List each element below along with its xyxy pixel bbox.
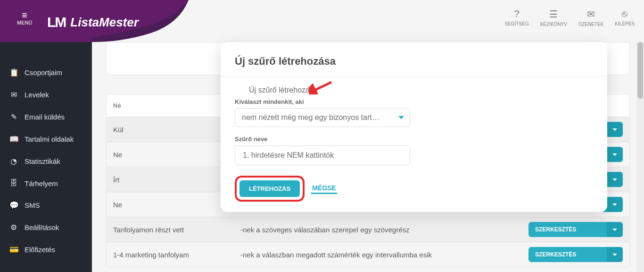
menu-button[interactable]: ≡ MENÜ xyxy=(17,10,32,26)
filter-name-field-wrap xyxy=(235,145,410,165)
sidebar-item-label: SMS xyxy=(25,201,40,209)
sidebar-item-8[interactable]: 💳Előfizetés xyxy=(0,238,92,261)
clipboard-icon: 📋 xyxy=(9,68,18,77)
sidebar-item-5[interactable]: 🗄Tárhelyem xyxy=(0,172,92,194)
chevron-down-icon xyxy=(398,116,404,119)
modal-overlay: Új szűrő létrehozása Új szűrő létrehozás… xyxy=(92,0,644,272)
sidebar-item-label: Levelek xyxy=(25,91,49,99)
gear-icon: ⚙ xyxy=(9,223,18,232)
divider xyxy=(221,76,607,76)
new-filter-modal: Új szűrő létrehozása Új szűrő létrehozás… xyxy=(221,42,607,212)
brand-logo: LM xyxy=(47,14,66,30)
sidebar-item-7[interactable]: ⚙Beállítások xyxy=(0,216,92,238)
pages-icon: 📖 xyxy=(9,135,18,144)
modal-title: Új szűrő létrehozása xyxy=(221,55,607,68)
sidebar-item-6[interactable]: 💬SMS xyxy=(0,194,92,216)
chart-icon: ◔ xyxy=(9,157,18,166)
cancel-button[interactable]: MÉGSE xyxy=(311,183,337,194)
sidebar: ≡ MENÜ LM ListaMester 📋Csoportjaim✉Level… xyxy=(0,0,92,272)
card-icon: 💳 xyxy=(9,245,18,254)
sidebar-item-label: Tartalmi oldalak xyxy=(25,135,74,143)
sidebar-item-2[interactable]: ✎Email küldés xyxy=(0,106,92,128)
sidebar-item-label: Beállítások xyxy=(25,223,59,231)
menu-label: MENÜ xyxy=(17,20,32,26)
modal-actions: LÉTREHOZÁS MÉGSE xyxy=(221,174,607,202)
side-nav: 📋Csoportjaim✉Levelek✎Email küldés📖Tartal… xyxy=(0,61,92,261)
sidebar-item-3[interactable]: 📖Tartalmi oldalak xyxy=(0,128,92,150)
name-label: Szűrő neve xyxy=(235,136,593,143)
header-swoosh: ≡ MENÜ LM ListaMester xyxy=(0,0,92,42)
sidebar-item-label: Statisztikák xyxy=(25,157,60,165)
mail-icon: ✉ xyxy=(9,90,18,99)
edit-icon: ✎ xyxy=(9,112,18,121)
svg-line-0 xyxy=(312,82,331,92)
sidebar-item-label: Email küldés xyxy=(25,113,65,121)
annotation-arrow xyxy=(309,80,332,94)
select-value: nem nézett még meg egy bizonyos tart… xyxy=(242,113,380,122)
create-button[interactable]: LÉTREHOZÁS xyxy=(239,180,300,197)
highlight-box: LÉTREHOZÁS xyxy=(235,176,305,202)
sidebar-item-0[interactable]: 📋Csoportjaim xyxy=(0,61,92,84)
filter-type-select[interactable]: nem nézett még meg egy bizonyos tart… xyxy=(235,108,410,127)
sidebar-item-label: Csoportjaim xyxy=(25,68,62,76)
sidebar-item-1[interactable]: ✉Levelek xyxy=(0,84,92,106)
sms-icon: 💬 xyxy=(9,201,18,210)
storage-icon: 🗄 xyxy=(9,179,18,187)
filter-name-input[interactable] xyxy=(242,151,403,160)
select-label: Kiválaszt mindenkit, aki xyxy=(235,98,593,105)
modal-subtitle: Új szűrő létrehozása xyxy=(235,86,593,94)
sidebar-item-label: Tárhelyem xyxy=(25,179,58,187)
menu-icon: ≡ xyxy=(17,10,32,20)
sidebar-item-4[interactable]: ◔Statisztikák xyxy=(0,150,92,172)
sidebar-item-label: Előfizetés xyxy=(25,246,55,254)
